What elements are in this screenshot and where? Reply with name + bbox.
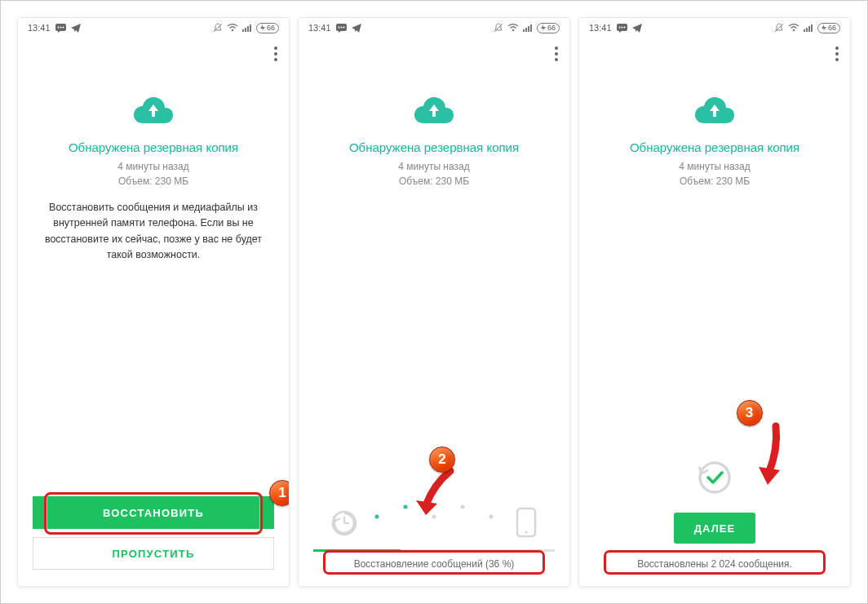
svg-point-23 (375, 515, 379, 519)
telegram-icon (71, 24, 81, 33)
annotation-highlight-2 (323, 550, 545, 575)
svg-rect-9 (250, 24, 251, 32)
svg-point-5 (232, 29, 234, 32)
restore-description: Восстановить сообщения и медиафайлы из в… (18, 200, 289, 264)
phone-screen-3: 13:41 66 (578, 17, 851, 587)
svg-point-13 (343, 26, 344, 28)
telegram-icon (632, 24, 642, 33)
backup-size: Объем: 230 МБ (299, 174, 569, 189)
svg-rect-18 (528, 26, 529, 32)
svg-point-33 (623, 26, 625, 28)
more-menu-icon[interactable] (555, 47, 558, 61)
backup-found-title: Обнаружена резервная копия (299, 140, 569, 154)
svg-rect-6 (242, 29, 244, 32)
signal-icon (523, 24, 533, 32)
svg-rect-16 (523, 29, 525, 32)
svg-point-15 (512, 29, 515, 32)
backup-size: Объем: 230 МБ (579, 174, 850, 189)
annotation-highlight-1 (44, 492, 263, 535)
svg-point-35 (793, 29, 795, 32)
backup-found-title: Обнаружена резервная копия (579, 140, 850, 154)
annotation-highlight-3 (604, 550, 826, 575)
phone-screen-2: 13:41 66 (298, 17, 570, 587)
dnd-icon (774, 23, 784, 33)
wifi-icon (788, 24, 799, 32)
svg-rect-36 (804, 29, 805, 32)
status-bar: 13:41 66 (579, 18, 850, 38)
annotation-badge-2: 2 (429, 446, 455, 473)
svg-point-2 (60, 26, 61, 28)
svg-rect-7 (245, 28, 246, 32)
message-icon (336, 24, 347, 33)
svg-point-27 (489, 515, 494, 519)
battery-indicator: 66 (537, 23, 560, 33)
annotation-badge-3: 3 (737, 400, 763, 426)
svg-rect-37 (806, 28, 808, 32)
svg-point-3 (62, 26, 64, 28)
restore-complete-icon (697, 460, 733, 499)
telegram-icon (352, 24, 361, 33)
status-time: 13:41 (28, 23, 51, 33)
svg-rect-19 (530, 24, 532, 32)
cloud-upload-icon (132, 95, 175, 129)
message-icon (617, 24, 627, 33)
svg-point-31 (618, 26, 620, 28)
battery-indicator: 66 (817, 23, 840, 33)
svg-point-12 (340, 26, 342, 28)
canvas: 13:41 66 (0, 0, 868, 604)
backup-time: 4 минуты назад (299, 159, 569, 174)
svg-point-32 (621, 26, 622, 28)
backup-time: 4 минуты назад (18, 159, 289, 174)
phone-screen-1: 13:41 66 (17, 17, 290, 587)
svg-point-29 (525, 531, 528, 534)
signal-icon (804, 24, 813, 32)
more-menu-icon[interactable] (835, 47, 839, 61)
wifi-icon (227, 24, 238, 32)
message-icon (55, 24, 66, 33)
annotation-arrow-2 (410, 468, 467, 518)
battery-indicator: 66 (256, 23, 279, 33)
backup-size: Объем: 230 МБ (18, 174, 289, 189)
svg-point-24 (404, 505, 408, 509)
svg-rect-38 (808, 26, 810, 32)
skip-button[interactable]: ПРОПУСТИТЬ (33, 537, 274, 570)
dnd-icon (494, 23, 503, 33)
svg-rect-17 (525, 28, 527, 32)
status-bar: 13:41 66 (18, 18, 289, 38)
svg-point-1 (57, 26, 59, 28)
backup-found-title: Обнаружена резервная копия (18, 140, 289, 154)
annotation-arrow-3 (731, 421, 796, 488)
annotation-badge-1: 1 (269, 480, 290, 506)
more-menu-icon[interactable] (274, 47, 277, 61)
wifi-icon (507, 24, 519, 32)
dnd-icon (213, 23, 223, 33)
svg-point-11 (338, 26, 339, 28)
status-time: 13:41 (308, 23, 331, 33)
cloud-upload-icon (693, 95, 736, 129)
backup-time: 4 минуты назад (579, 159, 850, 174)
next-button[interactable]: ДАЛЕЕ (674, 513, 755, 544)
signal-icon (242, 24, 252, 32)
svg-rect-8 (247, 26, 249, 32)
status-time: 13:41 (589, 23, 612, 33)
cloud-upload-icon (413, 95, 455, 129)
status-bar: 13:41 66 (299, 18, 569, 38)
svg-rect-39 (811, 24, 813, 32)
